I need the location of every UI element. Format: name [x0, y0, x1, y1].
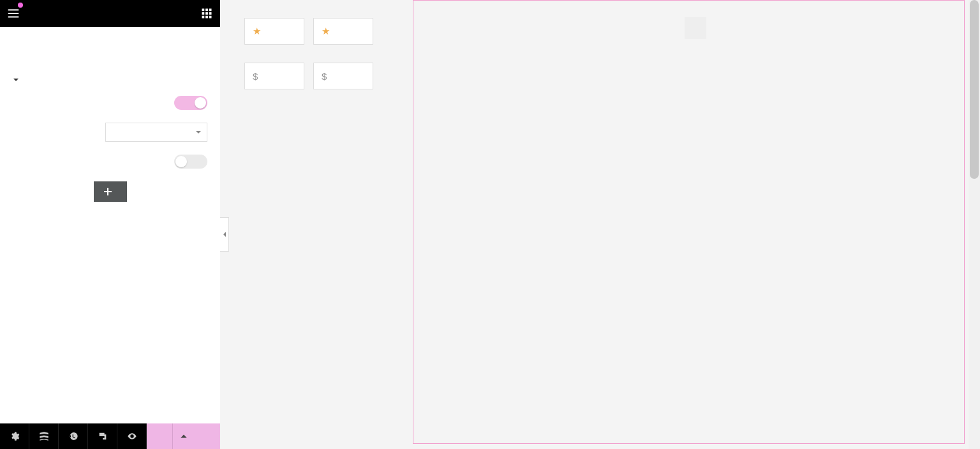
preview-button[interactable] [117, 423, 147, 449]
svg-rect-8 [209, 16, 212, 19]
plus-icon [104, 188, 112, 195]
preview-pane: ★ ★ $ $ [220, 0, 980, 449]
svg-rect-1 [205, 9, 208, 11]
svg-rect-0 [202, 9, 205, 11]
svg-rect-2 [209, 9, 212, 11]
page-next[interactable] [685, 17, 706, 39]
svg-rect-5 [209, 12, 212, 15]
select-image-resolution[interactable] [105, 123, 207, 142]
add-item-button[interactable] [94, 181, 127, 202]
toggle-featured-image[interactable] [174, 96, 207, 110]
vertical-scrollbar[interactable] [969, 0, 980, 449]
section-post-content[interactable] [13, 77, 207, 83]
star-icon: ★ [322, 26, 330, 37]
scrollbar-thumb[interactable] [970, 0, 979, 179]
settings-button[interactable] [0, 423, 29, 449]
svg-rect-6 [202, 16, 205, 19]
sidebar-footer [0, 423, 220, 449]
filter-reviews-min[interactable]: ★ [244, 18, 304, 45]
update-button[interactable] [147, 423, 220, 449]
svg-rect-3 [202, 12, 205, 15]
star-icon: ★ [253, 26, 261, 37]
pagination [413, 17, 964, 39]
collapse-sidebar-button[interactable] [220, 217, 229, 252]
product-grid [386, 0, 980, 449]
svg-rect-7 [205, 16, 208, 19]
toggle-knob-icon [175, 156, 187, 167]
caret-down-icon [13, 77, 19, 83]
toggle-link-to-post[interactable] [174, 155, 207, 169]
filter-reviews-max[interactable]: ★ [313, 18, 373, 45]
dollar-icon: $ [322, 71, 327, 82]
history-button[interactable] [59, 423, 88, 449]
notification-dot-icon [18, 3, 23, 8]
svg-rect-4 [205, 12, 208, 15]
sidebar-header [0, 0, 220, 27]
filter-price-max[interactable]: $ [313, 63, 373, 89]
toggle-knob-icon [195, 97, 206, 109]
dollar-icon: $ [253, 71, 258, 82]
caret-down-icon [195, 129, 202, 135]
menu-button[interactable] [0, 0, 27, 27]
chevron-up-icon [180, 432, 188, 440]
editor-sidebar [0, 0, 220, 449]
chevron-left-icon [221, 231, 228, 238]
navigator-button[interactable] [29, 423, 59, 449]
filter-price-min[interactable]: $ [244, 63, 304, 89]
update-options-button[interactable] [172, 423, 195, 449]
filters-column: ★ ★ $ $ [220, 0, 386, 449]
widgets-grid-button[interactable] [193, 0, 220, 27]
sidebar-body [0, 27, 220, 449]
responsive-button[interactable] [88, 423, 117, 449]
